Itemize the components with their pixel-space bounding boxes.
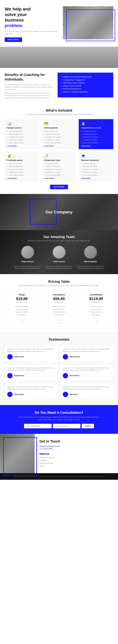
benefit-item-1: ✓ Establish and act toward achieving goa… — [61, 76, 110, 78]
feature-manage-business-name: Manage business — [7, 127, 37, 129]
benefit-item-6: ✓ Boost your networking opportunities — [61, 91, 110, 93]
hero-title-line3: business — [5, 18, 24, 22]
stella-name: Stella Larson — [14, 356, 24, 358]
hero-section: We help and solve your business problem.… — [0, 0, 118, 47]
feature-global-payments-name: Global payments — [44, 127, 74, 129]
cta-form: Submit — [5, 424, 113, 428]
linda-desc: Sample text. Click to select the text bo… — [45, 266, 73, 270]
testimonial-olga: Sample text. Click to select the text bo… — [5, 364, 58, 381]
team-grid: Adam Jonson Developer Sample text. Click… — [5, 246, 113, 270]
payout-learn-more[interactable]: LEARN MORE — [7, 178, 37, 179]
global-payments-learn-more[interactable]: LEARN MORE — [44, 145, 74, 147]
paul-name: Paul Hudson — [70, 375, 79, 376]
nick-name: Nick Jhonson — [70, 356, 80, 358]
features-row-1: 📊 Manage business ✓Duis aute irure dolor… — [5, 119, 113, 149]
marry-avatar — [84, 246, 97, 259]
cta-submit-button[interactable]: Submit — [82, 424, 94, 428]
security-learn-more[interactable]: LEARN MORE — [81, 145, 111, 147]
testimonial-cash-author: Cash Hudson — [7, 392, 56, 397]
cta-phone-input[interactable] — [53, 424, 80, 428]
benefits-section: Benefits of Coaching for Individuals. Se… — [0, 68, 118, 104]
plan-design-label: Heading Here — [8, 302, 36, 303]
footer: Sample text. Click to select the text bo… — [0, 473, 118, 480]
checkmark-icon: ✓ — [61, 79, 62, 81]
mike-avatar — [63, 392, 68, 397]
plan-dev-features: Beautifully Designed 100% Responsive Smo… — [45, 305, 73, 316]
features-row-2: 💰 Predictable payout ✓Duis aute irure do… — [5, 152, 113, 182]
manage-business-learn-more[interactable]: LEARN MORE — [7, 145, 37, 147]
whats-included-read-more-button[interactable]: READ MORE — [50, 185, 68, 189]
global-payments-icon: 💳 — [44, 122, 74, 126]
notes-learn-more[interactable]: LEARN MORE — [44, 178, 74, 179]
plan-dev-price: $59,99 — [45, 296, 73, 301]
feature-manage-business: 📊 Manage business ✓Duis aute irure dolor… — [5, 119, 39, 149]
benefits-para2: Turpis egestas integer eget aliquet nibh… — [5, 92, 54, 99]
plan-custom-price: $119,99 — [82, 296, 110, 301]
feature-manage-business-list: ✓Duis aute irure dolor ✓Velit esse cillu… — [7, 130, 37, 144]
whats-included-section: What's included Get 100+ features out of… — [0, 104, 118, 194]
pricing-card-customization: Customization $119,99 Heading Here Beaut… — [79, 290, 113, 326]
plan-dev-label: Heading Here — [45, 302, 73, 303]
hero-image-placeholder — [63, 6, 113, 39]
feature-predictable-payout: 💰 Predictable payout ✓Duis aute irure do… — [5, 152, 39, 182]
contact-image-placeholder — [0, 434, 34, 473]
marry-name: Marry Hudson — [76, 260, 105, 263]
feature-security-list: ✓Duis aute irure dolor ✓Velit esse cillu… — [81, 130, 111, 144]
feature-dev-list: ✓Duis aute irure dolor ✓Velit esse cillu… — [81, 162, 111, 176]
marry-role: Designer — [76, 263, 105, 265]
plan-design-arrow-button[interactable]: → — [19, 318, 24, 323]
hero-read-more-button[interactable]: READ MORE — [5, 38, 22, 42]
contact-info: Get in Touch hello@creativeagency.com +2… — [34, 434, 118, 473]
whats-included-read-more-container: READ MORE — [5, 185, 113, 189]
feature-security: 🔒 Comprehensive security ✓Duis aute irur… — [79, 119, 113, 149]
nick-avatar — [63, 354, 68, 360]
linda-name: Linda Larson — [45, 260, 73, 263]
security-icon: 🔒 — [81, 122, 111, 126]
feature-notes-list: ✓Duis aute irure dolor ✓Velit esse cillu… — [44, 162, 74, 176]
testimonial-nick: Sample text. Click to select the text bo… — [60, 346, 114, 362]
olga-name: Olga Ivanova — [14, 375, 24, 376]
manage-business-icon: 📊 — [7, 122, 37, 126]
testimonial-mike-text: Sample text. Click to select the text bo… — [63, 386, 111, 390]
plan-dev-arrow-button[interactable]: → — [56, 318, 62, 323]
adam-role: Developer — [13, 263, 42, 265]
hero-description: Duis aute irure dolor in reprehenderit i… — [5, 30, 60, 35]
cta-description: Quam mulis porttitor massa at tempor ali… — [18, 416, 100, 421]
team-member-linda: Linda Larson Manager Sample text. Click … — [45, 246, 73, 270]
feature-global-payments: 💳 Global payments ✓Duis aute irure dolor… — [42, 119, 76, 149]
dev-learn-more[interactable]: LEARN MORE — [81, 178, 111, 179]
hero-title-highlight: problem. — [5, 23, 23, 28]
plan-custom-arrow-button[interactable]: → — [94, 318, 99, 323]
whats-included-subtitle: Get 100+ features out of the box with ul… — [5, 114, 113, 115]
plan-dev-name: Development — [45, 294, 73, 296]
benefits-left: Benefits of Coaching for Individuals. Se… — [5, 72, 54, 99]
team-subtitle: Sample text. Click to select the text bo… — [5, 240, 113, 242]
cta-email-input[interactable] — [24, 424, 52, 428]
contact-image-container — [0, 434, 34, 473]
contact-address-title: Address — [39, 452, 113, 455]
testimonials-title: Testimonials — [5, 338, 113, 342]
company-title: Our Company — [46, 210, 72, 214]
hero-text: We help and solve your business problem.… — [5, 6, 63, 42]
olga-avatar — [7, 373, 12, 378]
benefits-right: ✓ Establish and act toward achieving goa… — [58, 72, 114, 98]
team-member-marry: Marry Hudson Designer Sample text. Click… — [76, 246, 105, 270]
contact-phone: +21 (0) 987-8910 — [39, 448, 113, 450]
whats-included-title: What's included — [5, 108, 113, 112]
pricing-grid: Design $19,99 Heading Here Beautifully D… — [5, 290, 113, 326]
plan-design-price: $19,99 — [8, 296, 36, 301]
benefit-item-5: ✓ Build Personal Awareness — [61, 88, 110, 90]
paul-avatar — [63, 373, 68, 378]
feature-payout-name: Predictable payout — [7, 159, 37, 161]
team-section: Our Amazing Team Sample text. Click to s… — [0, 230, 118, 274]
plan-design-name: Design — [8, 294, 36, 296]
testimonials-grid: Sample text. Click to select the text bo… — [5, 346, 113, 400]
hero-image-container — [63, 6, 113, 39]
feature-collaboration-notes: 📝 Collaboration notes ✓Duis aute irure d… — [42, 152, 76, 182]
hero-title-line1: We help and — [5, 6, 30, 12]
testimonial-olga-author: Olga Ivanova — [7, 373, 56, 378]
company-text-container: Our Company — [46, 210, 72, 214]
adam-avatar — [21, 246, 34, 259]
contact-section: Get in Touch hello@creativeagency.com +2… — [0, 434, 118, 473]
plan-custom-label: Heading Here — [82, 302, 110, 303]
